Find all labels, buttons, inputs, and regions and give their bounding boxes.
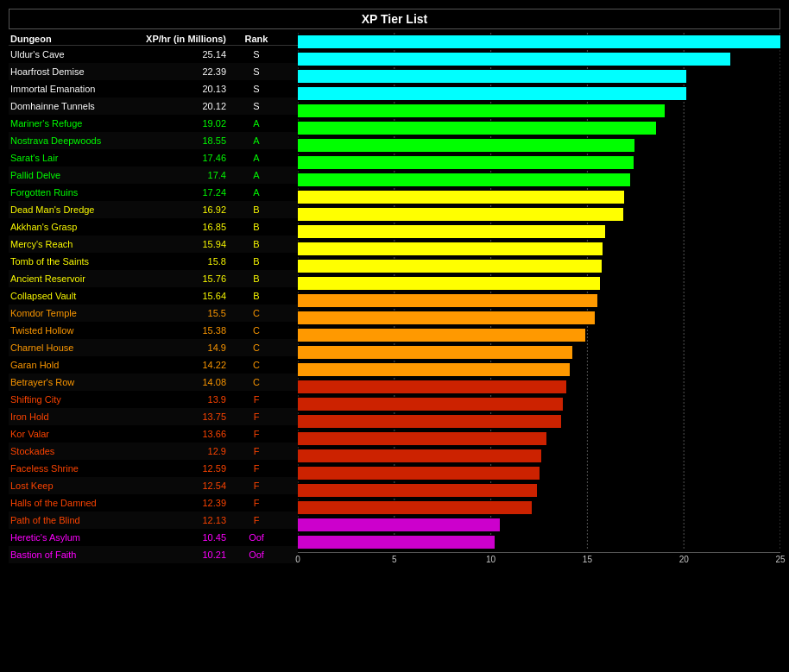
bar-row <box>298 378 780 395</box>
table-row: Akkhan's Grasp 16.85 B <box>9 218 298 236</box>
table-row: Path of the Blind 12.13 F <box>9 512 298 529</box>
dungeon-rank: F <box>235 480 278 491</box>
bar <box>298 380 566 393</box>
col-header-xp: XP/hr (in Millions) <box>136 34 235 44</box>
dungeon-xp: 18.55 <box>136 135 235 146</box>
bar <box>298 363 570 376</box>
dungeon-rank: B <box>235 239 278 249</box>
bar <box>298 277 600 290</box>
right-panel: 0510152025 <box>298 33 780 568</box>
bar <box>298 294 597 307</box>
bar <box>298 122 656 135</box>
table-row: Betrayer's Row 14.08 C <box>9 374 298 391</box>
bar-row <box>298 102 780 119</box>
left-rows: Uldur's Cave 25.14 S Hoarfrost Demise 22… <box>9 46 298 563</box>
dungeon-xp: 12.9 <box>136 446 235 456</box>
bar <box>298 53 730 66</box>
table-row: Sarat's Lair 17.46 A <box>9 149 298 166</box>
dungeon-rank: F <box>235 463 278 474</box>
dungeon-xp: 22.39 <box>136 66 235 77</box>
dungeon-xp: 17.46 <box>136 153 235 163</box>
dungeon-rank: A <box>235 153 278 163</box>
table-row: Mariner's Refuge 19.02 A <box>9 115 298 132</box>
dungeon-xp: 15.5 <box>136 308 235 318</box>
dungeon-name: Bastion of Faith <box>10 550 136 560</box>
dungeon-xp: 17.4 <box>136 170 235 180</box>
col-header-rank: Rank <box>235 34 278 44</box>
dungeon-rank: Oof <box>235 532 278 543</box>
dungeon-rank: C <box>235 342 278 353</box>
dungeon-rank: F <box>235 498 278 508</box>
axis-label: 10 <box>483 555 500 564</box>
left-panel: Dungeon XP/hr (in Millions) Rank Uldur's… <box>9 33 298 568</box>
dungeon-name: Heretic's Asylum <box>10 532 136 543</box>
dungeon-name: Collapsed Vault <box>10 291 136 301</box>
bar <box>298 346 572 359</box>
dungeon-name: Ancient Reservoir <box>10 273 136 284</box>
bar <box>298 87 686 100</box>
dungeon-name: Kor Valar <box>10 429 136 439</box>
dungeon-name: Domhainne Tunnels <box>10 101 136 111</box>
bar-row <box>298 240 780 257</box>
table-row: Bastion of Faith 10.21 Oof <box>9 546 298 563</box>
bar-row <box>298 154 780 171</box>
table-row: Pallid Delve 17.4 A <box>9 166 298 184</box>
dungeon-rank: C <box>235 377 278 387</box>
bar-row <box>298 274 780 292</box>
dungeon-rank: C <box>235 325 278 336</box>
table-row: Tomb of the Saints 15.8 B <box>9 253 298 270</box>
bar <box>298 398 563 411</box>
bar <box>298 191 624 204</box>
bar-row <box>298 326 780 343</box>
bar <box>298 173 630 186</box>
dungeon-name: Pallid Delve <box>10 170 136 180</box>
bar-row <box>298 343 780 361</box>
dungeon-name: Iron Hold <box>10 411 136 422</box>
dungeon-name: Path of the Blind <box>10 515 136 525</box>
dungeon-name: Tomb of the Saints <box>10 256 136 267</box>
bar-row <box>298 447 780 464</box>
dungeon-rank: F <box>235 429 278 439</box>
bar-row <box>298 257 780 274</box>
dungeon-name: Dead Man's Dredge <box>10 204 136 215</box>
table-row: Mercy's Reach 15.94 B <box>9 236 298 253</box>
bar <box>298 156 634 169</box>
table-row: Lost Keep 12.54 F <box>9 477 298 494</box>
bar-row <box>298 481 780 499</box>
bar <box>298 518 500 531</box>
table-row: Halls of the Damned 12.39 F <box>9 494 298 512</box>
bar <box>298 484 537 497</box>
table-row: Dead Man's Dredge 16.92 B <box>9 201 298 218</box>
dungeon-xp: 10.45 <box>136 532 235 543</box>
dungeon-rank: B <box>235 291 278 301</box>
table-row: Domhainne Tunnels 20.12 S <box>9 97 298 115</box>
bar <box>298 35 780 48</box>
dungeon-xp: 15.64 <box>136 291 235 301</box>
dungeon-name: Betrayer's Row <box>10 377 136 387</box>
dungeon-name: Forgotten Ruins <box>10 187 136 198</box>
dungeon-xp: 15.76 <box>136 273 235 284</box>
dungeon-name: Immortal Emanation <box>10 84 136 94</box>
bar-row <box>298 33 780 50</box>
bar-row <box>298 309 780 326</box>
dungeon-xp: 13.9 <box>136 394 235 405</box>
table-row: Hoarfrost Demise 22.39 S <box>9 63 298 80</box>
table-row: Forgotten Ruins 17.24 A <box>9 184 298 201</box>
bar <box>298 104 665 117</box>
dungeon-name: Mariner's Refuge <box>10 118 136 129</box>
dungeon-rank: B <box>235 273 278 284</box>
dungeon-rank: S <box>235 66 278 77</box>
table-row: Komdor Temple 15.5 C <box>9 305 298 322</box>
bar-row <box>298 171 780 188</box>
dungeon-name: Halls of the Damned <box>10 498 136 508</box>
axis-row: 0510152025 <box>298 552 780 568</box>
dungeon-rank: A <box>235 187 278 198</box>
chart-container: XP Tier List Dungeon XP/hr (in Millions)… <box>9 9 780 568</box>
bar <box>298 225 605 238</box>
table-row: Uldur's Cave 25.14 S <box>9 46 298 63</box>
dungeon-rank: S <box>235 49 278 60</box>
axis-label: 20 <box>675 555 692 564</box>
chart-title: XP Tier List <box>9 9 780 29</box>
bar-row <box>298 67 780 85</box>
dungeon-rank: A <box>235 135 278 146</box>
